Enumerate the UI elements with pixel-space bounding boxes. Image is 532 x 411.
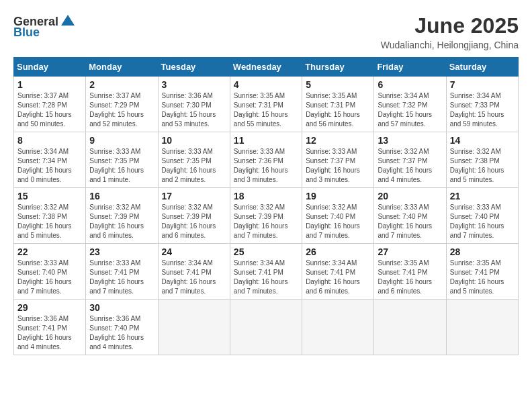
day-cell — [302, 300, 374, 355]
day-number: 5 — [306, 79, 370, 90]
day-number: 22 — [17, 246, 82, 257]
day-cell: 4 Sunrise: 3:35 AMSunset: 7:31 PMDayligh… — [230, 77, 302, 132]
day-number: 16 — [89, 191, 154, 201]
logo-blue-text: Blue — [13, 26, 40, 40]
calendar-table: Sunday Monday Tuesday Wednesday Thursday… — [13, 57, 519, 355]
day-info: Sunrise: 3:34 AMSunset: 7:41 PMDaylight:… — [234, 259, 298, 296]
calendar-title: June 2025 — [381, 13, 519, 38]
day-number: 10 — [162, 135, 226, 146]
day-info: Sunrise: 3:35 AMSunset: 7:31 PMDaylight:… — [306, 91, 370, 129]
day-number: 6 — [378, 79, 442, 90]
day-number: 13 — [378, 135, 442, 146]
day-cell: 29 Sunrise: 3:36 AMSunset: 7:41 PMDaylig… — [14, 300, 86, 355]
day-cell: 13 Sunrise: 3:32 AMSunset: 7:37 PMDaylig… — [374, 132, 446, 188]
day-cell: 25 Sunrise: 3:34 AMSunset: 7:41 PMDaylig… — [230, 244, 302, 300]
day-cell: 8 Sunrise: 3:34 AMSunset: 7:34 PMDayligh… — [14, 132, 86, 188]
day-info: Sunrise: 3:32 AMSunset: 7:39 PMDaylight:… — [234, 203, 298, 240]
day-cell: 30 Sunrise: 3:36 AMSunset: 7:40 PMDaylig… — [86, 300, 158, 355]
day-number: 19 — [306, 191, 370, 201]
day-cell: 9 Sunrise: 3:33 AMSunset: 7:35 PMDayligh… — [86, 132, 158, 188]
day-number: 27 — [378, 246, 442, 257]
day-number: 1 — [17, 79, 82, 90]
day-cell: 3 Sunrise: 3:36 AMSunset: 7:30 PMDayligh… — [158, 77, 230, 132]
logo-icon — [60, 13, 76, 30]
header-sunday: Sunday — [14, 58, 86, 77]
week-row-3: 15 Sunrise: 3:32 AMSunset: 7:38 PMDaylig… — [14, 188, 519, 244]
day-cell: 18 Sunrise: 3:32 AMSunset: 7:39 PMDaylig… — [230, 188, 302, 244]
day-info: Sunrise: 3:34 AMSunset: 7:41 PMDaylight:… — [162, 259, 226, 296]
day-info: Sunrise: 3:34 AMSunset: 7:34 PMDaylight:… — [17, 147, 82, 185]
week-row-4: 22 Sunrise: 3:33 AMSunset: 7:40 PMDaylig… — [14, 244, 519, 300]
day-number: 17 — [162, 191, 226, 201]
header-tuesday: Tuesday — [158, 58, 230, 77]
day-cell: 6 Sunrise: 3:34 AMSunset: 7:32 PMDayligh… — [374, 77, 446, 132]
day-number: 24 — [162, 246, 226, 257]
day-cell: 19 Sunrise: 3:32 AMSunset: 7:40 PMDaylig… — [302, 188, 374, 244]
day-cell: 21 Sunrise: 3:33 AMSunset: 7:40 PMDaylig… — [446, 188, 518, 244]
day-info: Sunrise: 3:33 AMSunset: 7:40 PMDaylight:… — [17, 259, 82, 296]
day-cell: 10 Sunrise: 3:33 AMSunset: 7:35 PMDaylig… — [158, 132, 230, 188]
day-number: 14 — [450, 135, 515, 146]
day-cell: 27 Sunrise: 3:35 AMSunset: 7:41 PMDaylig… — [374, 244, 446, 300]
day-info: Sunrise: 3:34 AMSunset: 7:33 PMDaylight:… — [450, 91, 515, 129]
day-cell: 26 Sunrise: 3:34 AMSunset: 7:41 PMDaylig… — [302, 244, 374, 300]
day-cell: 22 Sunrise: 3:33 AMSunset: 7:40 PMDaylig… — [14, 244, 86, 300]
day-cell: 1 Sunrise: 3:37 AMSunset: 7:28 PMDayligh… — [14, 77, 86, 132]
week-row-2: 8 Sunrise: 3:34 AMSunset: 7:34 PMDayligh… — [14, 132, 519, 188]
day-info: Sunrise: 3:33 AMSunset: 7:40 PMDaylight:… — [378, 203, 442, 240]
header-thursday: Thursday — [302, 58, 374, 77]
day-number: 8 — [17, 135, 82, 146]
day-number: 18 — [234, 191, 298, 201]
day-number: 25 — [234, 246, 298, 257]
header-wednesday: Wednesday — [230, 58, 302, 77]
day-number: 30 — [89, 302, 154, 313]
logo: General Blue — [13, 13, 76, 40]
day-info: Sunrise: 3:33 AMSunset: 7:41 PMDaylight:… — [89, 259, 154, 296]
day-cell: 2 Sunrise: 3:37 AMSunset: 7:29 PMDayligh… — [86, 77, 158, 132]
day-info: Sunrise: 3:36 AMSunset: 7:41 PMDaylight:… — [17, 314, 82, 352]
day-info: Sunrise: 3:35 AMSunset: 7:41 PMDaylight:… — [378, 259, 442, 296]
day-info: Sunrise: 3:33 AMSunset: 7:35 PMDaylight:… — [162, 147, 226, 185]
day-number: 29 — [17, 302, 82, 313]
day-info: Sunrise: 3:32 AMSunset: 7:39 PMDaylight:… — [89, 203, 154, 240]
day-number: 21 — [450, 191, 515, 201]
calendar-subtitle: Wudalianchi, Heilongjiang, China — [381, 40, 519, 50]
week-row-5: 29 Sunrise: 3:36 AMSunset: 7:41 PMDaylig… — [14, 300, 519, 355]
header-monday: Monday — [86, 58, 158, 77]
day-number: 9 — [89, 135, 154, 146]
header-saturday: Saturday — [446, 58, 518, 77]
day-cell — [230, 300, 302, 355]
day-cell: 11 Sunrise: 3:33 AMSunset: 7:36 PMDaylig… — [230, 132, 302, 188]
day-info: Sunrise: 3:37 AMSunset: 7:28 PMDaylight:… — [17, 91, 82, 129]
header-friday: Friday — [374, 58, 446, 77]
day-number: 4 — [234, 79, 298, 90]
day-cell: 28 Sunrise: 3:35 AMSunset: 7:41 PMDaylig… — [446, 244, 518, 300]
day-cell — [446, 300, 518, 355]
day-number: 28 — [450, 246, 515, 257]
day-number: 7 — [450, 79, 515, 90]
day-cell: 24 Sunrise: 3:34 AMSunset: 7:41 PMDaylig… — [158, 244, 230, 300]
day-info: Sunrise: 3:32 AMSunset: 7:40 PMDaylight:… — [306, 203, 370, 240]
day-info: Sunrise: 3:32 AMSunset: 7:38 PMDaylight:… — [17, 203, 82, 240]
day-info: Sunrise: 3:37 AMSunset: 7:29 PMDaylight:… — [89, 91, 154, 129]
day-number: 2 — [89, 79, 154, 90]
day-number: 3 — [162, 79, 226, 90]
day-cell — [374, 300, 446, 355]
day-info: Sunrise: 3:34 AMSunset: 7:41 PMDaylight:… — [306, 259, 370, 296]
title-block: June 2025 Wudalianchi, Heilongjiang, Chi… — [381, 13, 519, 50]
day-info: Sunrise: 3:32 AMSunset: 7:38 PMDaylight:… — [450, 147, 515, 185]
day-cell — [158, 300, 230, 355]
day-cell: 15 Sunrise: 3:32 AMSunset: 7:38 PMDaylig… — [14, 188, 86, 244]
day-cell: 12 Sunrise: 3:33 AMSunset: 7:37 PMDaylig… — [302, 132, 374, 188]
week-row-1: 1 Sunrise: 3:37 AMSunset: 7:28 PMDayligh… — [14, 77, 519, 132]
day-info: Sunrise: 3:33 AMSunset: 7:35 PMDaylight:… — [89, 147, 154, 185]
day-cell: 5 Sunrise: 3:35 AMSunset: 7:31 PMDayligh… — [302, 77, 374, 132]
svg-marker-0 — [61, 15, 75, 26]
day-cell: 17 Sunrise: 3:32 AMSunset: 7:39 PMDaylig… — [158, 188, 230, 244]
day-info: Sunrise: 3:33 AMSunset: 7:37 PMDaylight:… — [306, 147, 370, 185]
day-info: Sunrise: 3:34 AMSunset: 7:32 PMDaylight:… — [378, 91, 442, 129]
day-info: Sunrise: 3:35 AMSunset: 7:31 PMDaylight:… — [234, 91, 298, 129]
day-info: Sunrise: 3:33 AMSunset: 7:36 PMDaylight:… — [234, 147, 298, 185]
calendar-header-row: Sunday Monday Tuesday Wednesday Thursday… — [14, 58, 519, 77]
day-cell: 14 Sunrise: 3:32 AMSunset: 7:38 PMDaylig… — [446, 132, 518, 188]
